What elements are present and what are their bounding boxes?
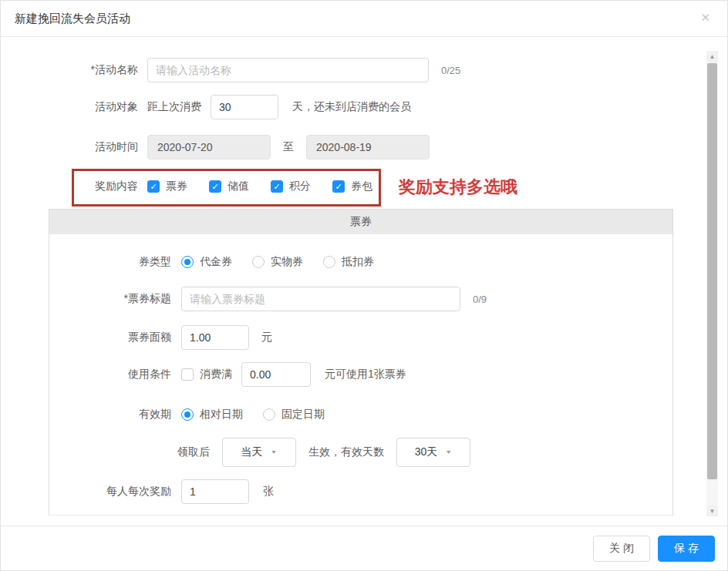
modal-title: 新建挽回流失会员活动 [15, 12, 130, 26]
coupon-amount-input[interactable] [181, 325, 249, 350]
per-person-reward-row: 每人每次奖励 张 [49, 479, 274, 504]
coupon-title-input[interactable] [181, 287, 460, 311]
radio-physical-coupon[interactable]: 实物券 [252, 255, 303, 269]
effective-delay-value: 当天 [241, 445, 263, 459]
min-spend-input[interactable] [241, 362, 311, 387]
rewards-row: 奖励内容 ✓ 票券 ✓ 储值 ✓ 积分 ✓ 券包 [1, 174, 394, 199]
use-condition-row: 使用条件 ✓ 消费满 元可使用1张票券 [49, 362, 406, 387]
scroll-up-icon[interactable]: ▲ [706, 51, 718, 62]
reward-checkbox-coupon[interactable]: ✓ 票券 [147, 180, 187, 193]
close-button[interactable]: 关闭 [593, 536, 650, 562]
min-spend-checkbox[interactable]: ✓ 消费满 [181, 368, 232, 381]
reward-checkbox-label: 积分 [289, 180, 311, 193]
save-button[interactable]: 保存 [658, 536, 715, 562]
radio-deduction-coupon[interactable]: 抵扣券 [323, 255, 374, 269]
radio-fixed-date[interactable]: 固定日期 [263, 408, 325, 422]
reward-checkbox-points[interactable]: ✓ 积分 [271, 180, 311, 193]
checkbox-checked-icon: ✓ [209, 180, 221, 193]
create-activity-modal: 新建挽回流失会员活动 ✕ *活动名称 0/25 活动对象 距上次消费 天，还未到… [0, 0, 728, 571]
caret-down-icon: ▼ [271, 449, 278, 455]
activity-target-suffix: 天，还未到店消费的会员 [292, 100, 411, 114]
validity-row: 有效期 相对日期 固定日期 [49, 402, 345, 427]
radio-label: 固定日期 [281, 408, 325, 422]
date-separator: 至 [283, 140, 294, 154]
use-condition-suffix: 元可使用1张票券 [325, 368, 406, 381]
caret-down-icon: ▼ [445, 449, 452, 455]
coupon-amount-unit: 元 [261, 331, 272, 344]
radio-label: 代金券 [200, 255, 232, 269]
coupon-panel: 票券 券类型 代金券 实物券 抵扣券 *票券标题 [49, 209, 673, 516]
checkbox-checked-icon: ✓ [332, 180, 345, 193]
radio-selected-icon [181, 408, 194, 421]
coupon-title-counter: 0/9 [473, 294, 487, 305]
reward-checkbox-label: 储值 [228, 180, 249, 193]
effective-delay-select[interactable]: 当天 ▼ [222, 438, 296, 467]
modal-footer: 关闭 保存 [1, 526, 727, 570]
activity-target-prefix: 距上次消费 [147, 100, 201, 114]
radio-selected-icon [181, 256, 194, 268]
radio-unselected-icon [263, 408, 275, 421]
effective-prefix: 领取后 [177, 445, 210, 459]
modal-header: 新建挽回流失会员活动 ✕ [1, 1, 727, 37]
scrollbar-thumb[interactable] [707, 63, 717, 479]
coupon-title-row: *票券标题 0/9 [49, 287, 487, 311]
modal-body: *活动名称 0/25 活动对象 距上次消费 天，还未到店消费的会员 活动时间 2… [1, 37, 727, 527]
min-spend-checkbox-label: 消费满 [200, 368, 232, 381]
coupon-panel-header: 票券 [49, 210, 672, 234]
activity-target-row: 活动对象 距上次消费 天，还未到店消费的会员 [1, 95, 411, 119]
radio-label: 抵扣券 [342, 255, 374, 269]
validity-label: 有效期 [49, 408, 181, 422]
annotation-text: 奖励支持多选哦 [399, 176, 517, 199]
activity-target-label: 活动对象 [1, 100, 147, 114]
radio-cash-coupon[interactable]: 代金券 [181, 255, 232, 269]
coupon-amount-label: 票券面额 [49, 331, 181, 344]
radio-label: 相对日期 [200, 408, 243, 422]
activity-time-label: 活动时间 [1, 140, 147, 154]
valid-days-value: 30天 [415, 445, 438, 459]
radio-label: 实物券 [271, 255, 303, 269]
valid-days-select[interactable]: 30天 ▼ [396, 438, 470, 467]
close-icon[interactable]: ✕ [700, 11, 710, 25]
checkbox-unchecked-icon: ✓ [181, 368, 194, 381]
activity-name-row: *活动名称 0/25 [1, 58, 460, 82]
vertical-scrollbar[interactable]: ▲ ▼ [706, 51, 718, 516]
coupon-amount-row: 票券面额 元 [49, 325, 272, 350]
reward-checkbox-coupon-pack[interactable]: ✓ 券包 [332, 180, 372, 193]
checkbox-checked-icon: ✓ [147, 180, 160, 193]
activity-time-row: 活动时间 2020-07-20 至 2020-08-19 [1, 135, 430, 160]
days-since-purchase-input[interactable] [211, 95, 278, 119]
effective-middle-text: 生效，有效天数 [308, 445, 384, 459]
use-condition-label: 使用条件 [49, 368, 181, 381]
activity-name-input[interactable] [147, 58, 429, 82]
end-date-input[interactable]: 2020-08-19 [306, 135, 430, 160]
per-person-reward-label: 每人每次奖励 [49, 485, 181, 499]
scroll-down-icon[interactable]: ▼ [706, 506, 718, 516]
coupon-title-label: *票券标题 [49, 292, 181, 306]
reward-checkbox-label: 券包 [351, 180, 372, 193]
coupon-type-row: 券类型 代金券 实物券 抵扣券 [49, 250, 394, 274]
radio-unselected-icon [252, 256, 265, 268]
coupon-type-label: 券类型 [49, 255, 181, 269]
reward-checkbox-stored-value[interactable]: ✓ 储值 [209, 180, 249, 193]
per-person-reward-input[interactable] [181, 479, 249, 504]
radio-unselected-icon [323, 256, 335, 268]
activity-name-counter: 0/25 [441, 65, 460, 76]
radio-relative-date[interactable]: 相对日期 [181, 408, 243, 422]
effective-time-row: 领取后 当天 ▼ 生效，有效天数 30天 ▼ [49, 438, 470, 467]
per-person-reward-unit: 张 [263, 485, 274, 499]
rewards-label: 奖励内容 [1, 180, 147, 193]
reward-checkbox-label: 票券 [166, 180, 187, 193]
activity-name-label: *活动名称 [1, 63, 147, 77]
checkbox-checked-icon: ✓ [271, 180, 283, 193]
start-date-input[interactable]: 2020-07-20 [147, 135, 271, 160]
